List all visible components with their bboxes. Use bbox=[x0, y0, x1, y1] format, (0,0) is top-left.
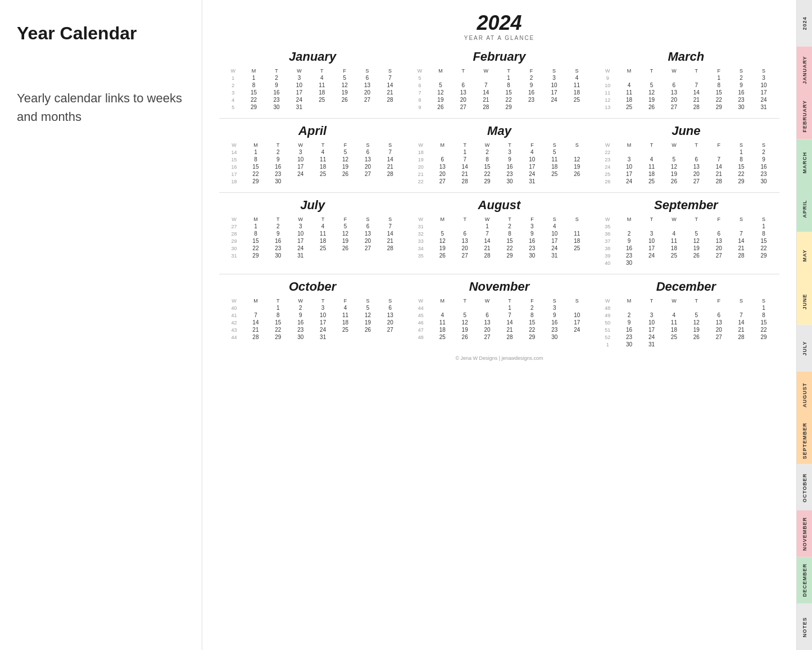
october-table: WMTWTFSS 40123456 4178910111213 42141516… bbox=[224, 297, 401, 341]
february-title: February bbox=[410, 49, 588, 64]
july-table: WMTWTFSS 271234567 28891011121314 291516… bbox=[224, 216, 401, 259]
month-march: March WMTWTFSS 9123 1045678910 111112131… bbox=[593, 47, 779, 114]
april-table: WMTWTFSS 141234567 15891011121314 161516… bbox=[224, 142, 401, 185]
december-title: December bbox=[597, 279, 775, 294]
may-title: May bbox=[410, 124, 588, 138]
month-may: May WMTWTFSS 1812345 196789101112 201314… bbox=[406, 121, 592, 188]
month-june: June WMTWTFSS 2212 233456789 24101112131… bbox=[593, 121, 779, 188]
month-april: April WMTWTFSS 141234567 15891011121314 … bbox=[219, 121, 406, 188]
september-title: September bbox=[597, 198, 775, 213]
tab-2024[interactable]: 2024 bbox=[797, 0, 812, 47]
footer-credit: © Jena W Designs | jenawdesigns.com bbox=[219, 355, 779, 361]
month-july: July WMTWTFSS 271234567 28891011121314 2… bbox=[219, 195, 406, 269]
tab-july[interactable]: JULY bbox=[797, 325, 812, 372]
april-title: April bbox=[224, 124, 401, 138]
year-header: 2024 YEAR AT A GLANCE bbox=[219, 11, 779, 41]
month-september: September WMTWTFSS 351 362345678 3791011… bbox=[593, 195, 779, 269]
january-table: WMTWTFSS 11234567 2891011121314 31516171… bbox=[224, 67, 401, 111]
year-label: 2024 bbox=[219, 11, 779, 35]
august-table: WMTWTFSS 311234 32567891011 331213141516… bbox=[410, 216, 588, 259]
month-october: October WMTWTFSS 40123456 4178910111213 … bbox=[219, 277, 406, 351]
september-table: WMTWTFSS 351 362345678 379101112131415 3… bbox=[597, 216, 775, 267]
october-title: October bbox=[224, 279, 401, 294]
january-title: January bbox=[224, 49, 401, 64]
tab-december[interactable]: DECEMBER bbox=[797, 557, 812, 604]
november-table: WMTWTFSS 44123 4545678910 46111213141516… bbox=[410, 297, 588, 341]
tab-september[interactable]: SEPTEMBER bbox=[797, 418, 812, 464]
tab-march[interactable]: MARCH bbox=[797, 139, 812, 186]
tab-may[interactable]: MAY bbox=[797, 232, 812, 279]
tab-november[interactable]: NOVEMBER bbox=[797, 511, 812, 557]
month-february: February WMTWTFSS 51234 6567891011 71213… bbox=[406, 47, 592, 114]
main-calendar: 2024 YEAR AT A GLANCE January WMTWTFSS 1… bbox=[202, 0, 796, 650]
page-title: Year Calendar bbox=[17, 22, 185, 44]
row-1: January WMTWTFSS 11234567 2891011121314 … bbox=[219, 47, 779, 114]
row-3: July WMTWTFSS 271234567 28891011121314 2… bbox=[219, 195, 779, 269]
month-december: December WMTWTFSS 481 492345678 50910111… bbox=[593, 277, 779, 351]
march-table: WMTWTFSS 9123 1045678910 111112131415161… bbox=[597, 67, 775, 111]
february-table: WMTWTFSS 51234 6567891011 71213141516171… bbox=[410, 67, 588, 111]
august-title: August bbox=[410, 198, 588, 213]
month-august: August WMTWTFSS 311234 32567891011 33121… bbox=[406, 195, 592, 269]
subtitle-label: YEAR AT A GLANCE bbox=[219, 35, 779, 41]
november-title: November bbox=[410, 279, 588, 294]
row-2: April WMTWTFSS 141234567 15891011121314 … bbox=[219, 121, 779, 188]
tab-june[interactable]: JUNE bbox=[797, 278, 812, 325]
description: Yearly calendar links to weeks and month… bbox=[17, 89, 185, 126]
june-table: WMTWTFSS 2212 233456789 2410111213141516… bbox=[597, 142, 775, 185]
tab-january[interactable]: JANUARY bbox=[797, 47, 812, 93]
tab-notes[interactable]: NOTES bbox=[797, 604, 812, 650]
tab-february[interactable]: FEBRUARY bbox=[797, 93, 812, 139]
july-title: July bbox=[224, 198, 401, 213]
may-table: WMTWTFSS 1812345 196789101112 2013141516… bbox=[410, 142, 588, 185]
tab-april[interactable]: APRIL bbox=[797, 186, 812, 232]
march-title: March bbox=[597, 49, 775, 64]
row-4: October WMTWTFSS 40123456 4178910111213 … bbox=[219, 277, 779, 351]
tab-august[interactable]: AUGUST bbox=[797, 372, 812, 418]
december-table: WMTWTFSS 481 492345678 509101112131415 5… bbox=[597, 297, 775, 348]
right-strip: 2024 JANUARY FEBRUARY MARCH APRIL MAY JU… bbox=[796, 0, 812, 650]
tab-october[interactable]: OCTOBER bbox=[797, 464, 812, 511]
month-january: January WMTWTFSS 11234567 2891011121314 … bbox=[219, 47, 406, 114]
left-panel: Year Calendar Yearly calendar links to w… bbox=[0, 0, 202, 650]
month-november: November WMTWTFSS 44123 4545678910 46111… bbox=[406, 277, 592, 351]
june-title: June bbox=[597, 124, 775, 138]
